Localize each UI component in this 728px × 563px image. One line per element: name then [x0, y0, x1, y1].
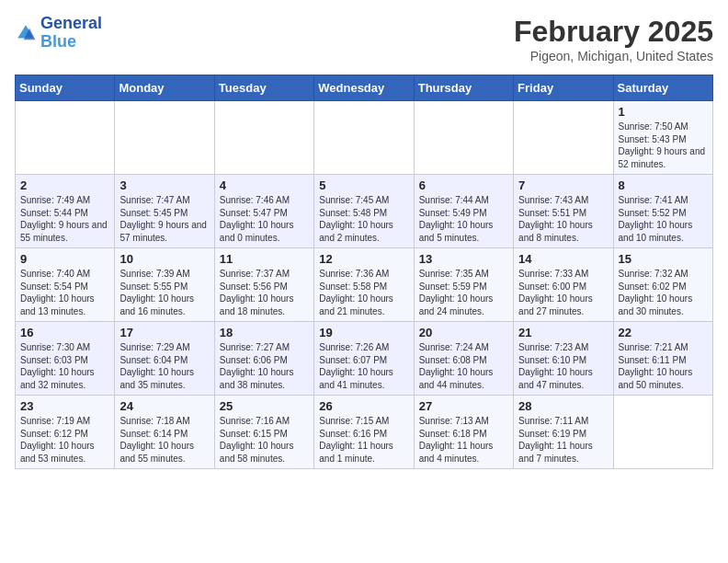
calendar-cell: 17Sunrise: 7:29 AM Sunset: 6:04 PM Dayli… — [115, 322, 214, 396]
calendar-cell: 10Sunrise: 7:39 AM Sunset: 5:55 PM Dayli… — [115, 248, 214, 322]
calendar-cell: 3Sunrise: 7:47 AM Sunset: 5:45 PM Daylig… — [115, 175, 214, 248]
calendar-cell: 27Sunrise: 7:13 AM Sunset: 6:18 PM Dayli… — [414, 396, 513, 469]
day-info: Sunrise: 7:33 AM Sunset: 6:00 PM Dayligh… — [518, 268, 608, 317]
calendar-week-row: 9Sunrise: 7:40 AM Sunset: 5:54 PM Daylig… — [16, 248, 713, 322]
day-info: Sunrise: 7:16 AM Sunset: 6:15 PM Dayligh… — [220, 415, 309, 465]
day-info: Sunrise: 7:27 AM Sunset: 6:06 PM Dayligh… — [220, 341, 309, 391]
weekday-header-row: SundayMondayTuesdayWednesdayThursdayFrid… — [16, 75, 713, 101]
day-number: 10 — [119, 252, 209, 266]
day-number: 3 — [119, 178, 209, 192]
calendar-cell: 4Sunrise: 7:46 AM Sunset: 5:47 PM Daylig… — [214, 175, 313, 248]
calendar-cell: 20Sunrise: 7:24 AM Sunset: 6:08 PM Dayli… — [414, 322, 513, 396]
day-number: 13 — [419, 252, 508, 266]
day-number: 18 — [220, 326, 309, 339]
logo-icon — [15, 22, 37, 44]
calendar-cell: 25Sunrise: 7:16 AM Sunset: 6:15 PM Dayli… — [214, 396, 313, 469]
day-number: 25 — [220, 399, 309, 413]
calendar-week-row: 16Sunrise: 7:30 AM Sunset: 6:03 PM Dayli… — [16, 322, 713, 396]
day-info: Sunrise: 7:39 AM Sunset: 5:55 PM Dayligh… — [119, 268, 209, 317]
calendar-cell: 5Sunrise: 7:45 AM Sunset: 5:48 PM Daylig… — [314, 175, 414, 248]
day-info: Sunrise: 7:23 AM Sunset: 6:10 PM Dayligh… — [518, 341, 608, 391]
weekday-header: Saturday — [613, 75, 712, 101]
weekday-header: Wednesday — [314, 75, 414, 101]
logo-text: General Blue — [40, 15, 102, 52]
day-number: 28 — [518, 399, 608, 413]
day-number: 19 — [319, 326, 408, 339]
calendar-cell — [214, 101, 313, 175]
day-info: Sunrise: 7:18 AM Sunset: 6:14 PM Dayligh… — [119, 415, 209, 465]
day-info: Sunrise: 7:43 AM Sunset: 5:51 PM Dayligh… — [518, 194, 608, 244]
calendar-cell: 28Sunrise: 7:11 AM Sunset: 6:19 PM Dayli… — [514, 396, 613, 469]
weekday-header: Monday — [115, 75, 214, 101]
day-number: 14 — [518, 252, 608, 266]
day-info: Sunrise: 7:26 AM Sunset: 6:07 PM Dayligh… — [319, 341, 408, 391]
day-info: Sunrise: 7:15 AM Sunset: 6:16 PM Dayligh… — [319, 415, 408, 465]
calendar-cell: 22Sunrise: 7:21 AM Sunset: 6:11 PM Dayli… — [613, 322, 712, 396]
day-info: Sunrise: 7:24 AM Sunset: 6:08 PM Dayligh… — [419, 341, 508, 391]
calendar-cell: 18Sunrise: 7:27 AM Sunset: 6:06 PM Dayli… — [214, 322, 313, 396]
calendar-cell: 9Sunrise: 7:40 AM Sunset: 5:54 PM Daylig… — [16, 248, 115, 322]
day-info: Sunrise: 7:41 AM Sunset: 5:52 PM Dayligh… — [619, 194, 708, 244]
calendar-cell: 23Sunrise: 7:19 AM Sunset: 6:12 PM Dayli… — [16, 396, 115, 469]
day-number: 26 — [319, 399, 408, 413]
day-info: Sunrise: 7:32 AM Sunset: 6:02 PM Dayligh… — [619, 268, 708, 317]
calendar-cell: 2Sunrise: 7:49 AM Sunset: 5:44 PM Daylig… — [16, 175, 115, 248]
calendar-cell: 8Sunrise: 7:41 AM Sunset: 5:52 PM Daylig… — [613, 175, 712, 248]
day-info: Sunrise: 7:50 AM Sunset: 5:43 PM Dayligh… — [619, 121, 708, 170]
day-info: Sunrise: 7:35 AM Sunset: 5:59 PM Dayligh… — [419, 268, 508, 317]
day-info: Sunrise: 7:37 AM Sunset: 5:56 PM Dayligh… — [220, 268, 309, 317]
calendar-cell: 14Sunrise: 7:33 AM Sunset: 6:00 PM Dayli… — [514, 248, 613, 322]
calendar-cell: 16Sunrise: 7:30 AM Sunset: 6:03 PM Dayli… — [16, 322, 115, 396]
day-number: 27 — [419, 399, 508, 413]
day-info: Sunrise: 7:36 AM Sunset: 5:58 PM Dayligh… — [319, 268, 408, 317]
calendar-cell: 19Sunrise: 7:26 AM Sunset: 6:07 PM Dayli… — [314, 322, 414, 396]
day-info: Sunrise: 7:40 AM Sunset: 5:54 PM Dayligh… — [20, 268, 109, 317]
day-number: 5 — [319, 178, 408, 192]
day-number: 1 — [619, 105, 708, 119]
day-number: 24 — [119, 399, 209, 413]
calendar-cell: 15Sunrise: 7:32 AM Sunset: 6:02 PM Dayli… — [613, 248, 712, 322]
day-number: 4 — [220, 178, 309, 192]
calendar-cell: 12Sunrise: 7:36 AM Sunset: 5:58 PM Dayli… — [314, 248, 414, 322]
calendar-cell: 21Sunrise: 7:23 AM Sunset: 6:10 PM Dayli… — [514, 322, 613, 396]
calendar-cell: 6Sunrise: 7:44 AM Sunset: 5:49 PM Daylig… — [414, 175, 513, 248]
page-header: General Blue February 2025 Pigeon, Michi… — [15, 15, 713, 63]
day-info: Sunrise: 7:13 AM Sunset: 6:18 PM Dayligh… — [419, 415, 508, 465]
day-number: 20 — [419, 326, 508, 339]
weekday-header: Sunday — [16, 75, 115, 101]
weekday-header: Tuesday — [214, 75, 313, 101]
calendar-cell: 13Sunrise: 7:35 AM Sunset: 5:59 PM Dayli… — [414, 248, 513, 322]
day-number: 8 — [619, 178, 708, 192]
calendar-cell — [115, 101, 214, 175]
calendar-cell — [314, 101, 414, 175]
day-number: 15 — [619, 252, 708, 266]
calendar-week-row: 23Sunrise: 7:19 AM Sunset: 6:12 PM Dayli… — [16, 396, 713, 469]
day-number: 7 — [518, 178, 608, 192]
day-info: Sunrise: 7:21 AM Sunset: 6:11 PM Dayligh… — [619, 341, 708, 391]
day-info: Sunrise: 7:19 AM Sunset: 6:12 PM Dayligh… — [20, 415, 109, 465]
day-number: 6 — [419, 178, 508, 192]
day-number: 21 — [518, 326, 608, 339]
calendar-cell — [414, 101, 513, 175]
calendar-cell: 24Sunrise: 7:18 AM Sunset: 6:14 PM Dayli… — [115, 396, 214, 469]
day-number: 12 — [319, 252, 408, 266]
calendar-week-row: 2Sunrise: 7:49 AM Sunset: 5:44 PM Daylig… — [16, 175, 713, 248]
day-number: 17 — [119, 326, 209, 339]
day-info: Sunrise: 7:44 AM Sunset: 5:49 PM Dayligh… — [419, 194, 508, 244]
location: Pigeon, Michigan, United States — [514, 49, 713, 63]
calendar-cell: 1Sunrise: 7:50 AM Sunset: 5:43 PM Daylig… — [613, 101, 712, 175]
logo: General Blue — [15, 15, 102, 52]
day-number: 2 — [20, 178, 109, 192]
calendar: SundayMondayTuesdayWednesdayThursdayFrid… — [15, 75, 713, 469]
day-number: 23 — [20, 399, 109, 413]
calendar-cell — [613, 396, 712, 469]
calendar-cell: 7Sunrise: 7:43 AM Sunset: 5:51 PM Daylig… — [514, 175, 613, 248]
day-number: 22 — [619, 326, 708, 339]
day-info: Sunrise: 7:11 AM Sunset: 6:19 PM Dayligh… — [518, 415, 608, 465]
day-number: 9 — [20, 252, 109, 266]
title-block: February 2025 Pigeon, Michigan, United S… — [514, 15, 713, 63]
weekday-header: Thursday — [414, 75, 513, 101]
calendar-cell — [16, 101, 115, 175]
calendar-cell — [514, 101, 613, 175]
calendar-cell: 26Sunrise: 7:15 AM Sunset: 6:16 PM Dayli… — [314, 396, 414, 469]
